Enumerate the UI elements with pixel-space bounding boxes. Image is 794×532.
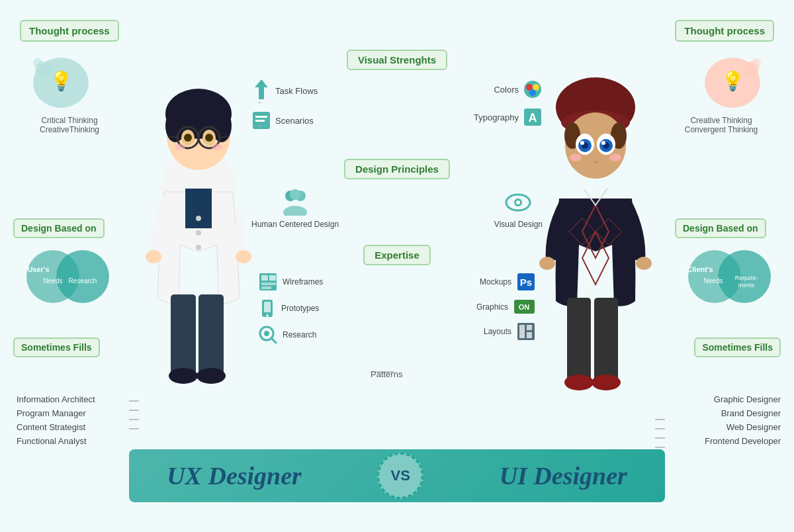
svg-point-86 [266,314,269,317]
svg-point-50 [594,161,597,163]
graphics-item: Graphics ON [476,298,536,315]
svg-point-30 [169,368,198,384]
svg-point-25 [196,216,201,221]
design-principles-section: Design Principles Human Centered Design … [245,159,549,229]
expertise-right: Mockups Ps Graphics ON Layouts [476,272,536,345]
visual-design-item: Visual Design [494,189,543,229]
svg-point-75 [283,206,307,216]
svg-rect-28 [171,294,196,374]
svg-point-48 [570,154,582,161]
svg-point-32 [146,250,161,263]
left-fill-0: Information Architect [13,394,95,404]
right-sometimes-title: Sometimes Fills [694,337,781,357]
right-sometimes-box: Sometimes Fills [694,337,781,363]
left-fill-3: Functional Analyst [13,436,95,446]
design-principles-title: Design Principles [344,159,450,179]
left-fill-1: Program Manager [13,408,95,418]
svg-point-20 [184,134,192,142]
right-thought-labels: Creative Thinking Convergent Thinking [668,116,774,134]
expertise-grid: Wireframes Prototypes Research [258,272,536,345]
svg-point-47 [601,141,605,145]
svg-point-69 [529,89,536,96]
svg-line-88 [271,338,276,343]
left-thought-title: Thought process [29,25,110,36]
svg-rect-62 [259,87,264,99]
svg-rect-95 [519,325,525,338]
expertise-title: Expertise [363,245,431,265]
svg-point-78 [516,200,520,204]
strengths-row: Task Flows Scenarios Colors Typography [251,79,543,130]
left-venn: User's Needs Research [13,247,119,306]
svg-text:Needs: Needs [704,277,723,285]
svg-point-60 [636,257,652,270]
svg-rect-24 [185,189,212,228]
vs-banner: UX Designer VS UI Designer [129,449,665,502]
vs-circle: VS [377,453,423,499]
patterns-label: Patterns [371,369,402,379]
svg-rect-64 [255,116,267,118]
svg-point-2 [33,58,42,67]
svg-rect-65 [255,120,265,122]
prototypes-item: Prototypes [258,298,319,318]
svg-rect-83 [261,287,271,289]
svg-point-89 [264,331,269,336]
svg-rect-97 [527,332,532,338]
svg-rect-96 [527,325,532,330]
svg-point-31 [197,368,226,384]
right-brain-bubble: 💡 [701,50,764,115]
layouts-item: Layouts [484,322,536,341]
visual-strengths-title: Visual Strenghts [347,50,447,70]
left-design-based: Design Based on User's Needs Research [13,218,119,306]
svg-rect-85 [264,302,271,312]
left-sometimes-title: Sometimes Fills [13,337,100,357]
svg-point-27 [196,245,201,250]
svg-text:ON: ON [519,303,530,311]
svg-text:Require-: Require- [735,275,758,281]
svg-point-58 [592,375,621,390]
left-thought-box: Thought process [20,20,119,42]
svg-rect-82 [261,283,276,285]
left-design-based-title: Design Based on [13,218,105,238]
right-venn: Client's Needs Require- ments [675,247,781,306]
svg-point-49 [609,154,621,161]
right-design-based-title: Design Based on [675,218,766,238]
svg-point-33 [236,250,251,263]
dp-items: Human Centered Design Visual Design [245,189,549,229]
right-fill-0: Graphic Designer [701,394,781,404]
expertise-left: Wireframes Prototypes Research [258,272,323,345]
visual-strengths-section: Visual Strenghts [285,50,509,70]
left-brain-bubble: 💡 [30,50,93,115]
right-fill-2: Web Designer [701,422,781,432]
right-fill-1: Brand Designer [701,408,781,418]
svg-text:Ps: Ps [520,277,532,288]
svg-rect-56 [594,298,618,380]
right-fills-list: Graphic Designer Brand Designer Web Desi… [701,390,781,450]
mockups-item: Mockups Ps [480,272,536,292]
svg-text:A: A [529,111,537,124]
svg-point-57 [564,375,594,390]
svg-text:Research: Research [69,277,97,285]
ux-character [139,40,258,423]
svg-text:User's: User's [27,265,49,273]
svg-point-26 [196,230,201,236]
svg-rect-29 [198,294,224,374]
left-fill-2: Content Strategist [13,422,95,432]
svg-text:ments: ments [738,282,755,288]
human-centered-item: Human Centered Design [251,189,339,229]
right-design-based: Design Based on Client's Needs Require- … [675,218,781,306]
svg-point-74 [290,189,300,200]
right-fill-3: Frontend Developer [701,436,781,446]
strengths-left: Task Flows Scenarios [251,79,318,130]
svg-text:Client's: Client's [687,265,713,273]
svg-point-21 [205,134,213,142]
svg-rect-81 [269,275,276,281]
wireframes-item: Wireframes [258,272,323,292]
right-thought-box: Thought process [675,20,774,42]
task-flows-item: Task Flows [251,79,318,103]
research-item: Research [258,325,316,345]
svg-marker-61 [255,79,268,87]
svg-text:💡: 💡 [721,70,744,92]
ui-character [536,40,655,423]
typography-item: Typography A [474,107,543,127]
svg-rect-80 [261,275,268,281]
